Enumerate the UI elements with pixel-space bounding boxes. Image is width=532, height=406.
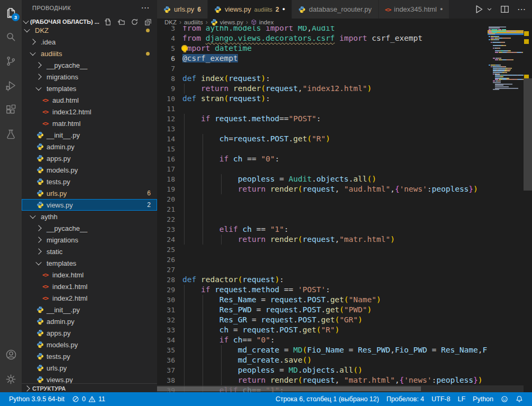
status-encoding[interactable]: UTF-8 (428, 392, 454, 406)
new-folder-icon[interactable] (117, 18, 125, 26)
activity-settings[interactable] (0, 367, 22, 391)
code-line-38[interactable]: 38 return render(request, "matr.html",{'… (157, 375, 532, 385)
code-line-21[interactable]: 21 (157, 204, 532, 214)
vertical-scrollbar-slider[interactable] (524, 78, 532, 191)
code-content[interactable]: 3from aythh.models import MD,Audit4from … (157, 26, 532, 392)
horizontal-scrollbar-slider[interactable] (157, 386, 421, 391)
activity-source-control[interactable] (0, 49, 22, 73)
code-line-6[interactable]: 6@csrf_exempt (157, 53, 532, 64)
code-line-29[interactable]: 29 if request.method == 'POST': (157, 285, 532, 295)
tab-views.py[interactable]: views.pyaudiiits2● (208, 0, 292, 19)
tab-urls.py[interactable]: urls.py6 (157, 0, 208, 19)
tree-item-__pycache__[interactable]: __pycache__ (22, 222, 157, 234)
tree-item-__pycache__[interactable]: __pycache__ (22, 59, 157, 71)
lightbulb-icon[interactable] (181, 45, 188, 51)
breadcrumb-audiiits[interactable]: audiiits (184, 19, 203, 25)
code-line-9[interactable]: 9 return render(request,"index12.html") (157, 84, 532, 94)
code-line-33[interactable]: 33 ch = request.POST.get("R") (157, 325, 532, 335)
code-line-15[interactable]: 15 (157, 144, 532, 154)
status-language-mode[interactable]: Python (469, 392, 497, 406)
tree-item-apps.py[interactable]: apps.py (22, 327, 157, 339)
code-line-3[interactable]: 3from aythh.models import MD,Audit (157, 26, 532, 33)
code-line-18[interactable]: 18 peopless = Audit.objects.all() (157, 174, 532, 184)
tree-item-views.py[interactable]: views.py2 (22, 199, 157, 211)
tree-item-apps.py[interactable]: apps.py (22, 152, 157, 164)
code-line-17[interactable]: 17 (157, 164, 532, 174)
tree-item-admin.py[interactable]: admin.py (22, 315, 157, 327)
code-line-25[interactable]: 25 (157, 245, 532, 255)
code-line-32[interactable]: 32 Res_GR = request.POST.get("GR") (157, 315, 532, 325)
run-button[interactable] (473, 4, 484, 15)
tree-item-index1.html[interactable]: <>index1.html (22, 281, 157, 292)
overview-ruler[interactable] (524, 26, 532, 392)
activity-explorer[interactable]: 3 (0, 0, 22, 24)
status-problems[interactable]: 011 (68, 392, 109, 406)
tree-item-models.py[interactable]: models.py (22, 339, 157, 350)
outline-section-header[interactable]: СТРУКТУРА (22, 383, 157, 392)
code-line-10[interactable]: 10def stran(request): (157, 94, 532, 104)
tree-item-migrations[interactable]: migrations (22, 234, 157, 246)
code-line-30[interactable]: 30 Res_Name = request.POST.get("Name") (157, 295, 532, 305)
code-line-13[interactable]: 13 (157, 124, 532, 134)
tree-item-__init__.py[interactable]: __init__.py (22, 304, 157, 315)
split-editor-button[interactable] (500, 4, 510, 14)
tree-item-index2.html[interactable]: <>index2.html (22, 292, 157, 304)
code-line-11[interactable]: 11 (157, 104, 532, 114)
tab-index345.html[interactable]: <>index345.html● (379, 0, 450, 19)
code-line-35[interactable]: 35 md_create = MD(Fio_Name = Res_PWD,Fio… (157, 345, 532, 355)
status-python-version[interactable]: Python 3.9.5 64-bit (5, 392, 68, 406)
workspace-section-header[interactable]: (РАБОЧАЯ ОБЛАСТЬ) ... (22, 16, 157, 28)
activity-testing[interactable] (0, 122, 22, 146)
status-indentation[interactable]: Пробелов: 4 (383, 392, 428, 406)
status-cursor-position[interactable]: Строка 6, столбец 1 (выбрано 12) (272, 392, 383, 406)
code-line-37[interactable]: 37 peopless = MD.objects.all() (157, 365, 532, 375)
tree-item-__init__.py[interactable]: __init__.py (22, 129, 157, 141)
code-line-31[interactable]: 31 Res_PWD = request.POST.get("PWD") (157, 305, 532, 315)
minimap[interactable] (488, 26, 524, 392)
refresh-icon[interactable] (131, 18, 139, 26)
activity-account[interactable] (0, 342, 22, 367)
code-line-7[interactable]: 7 (157, 64, 532, 74)
code-line-22[interactable]: 22 (157, 214, 532, 224)
new-file-icon[interactable] (104, 18, 112, 26)
tree-item-tests.py[interactable]: tests.py (22, 176, 157, 187)
run-dropdown[interactable] (487, 6, 492, 12)
tree-item-urls.py[interactable]: urls.py6 (22, 187, 157, 199)
tree-item-migrations[interactable]: migrations (22, 71, 157, 83)
breadcrumb-DKZ[interactable]: DKZ (164, 19, 177, 25)
activity-extensions[interactable] (0, 97, 22, 122)
tree-item-tests.py[interactable]: tests.py (22, 350, 157, 362)
status-eol[interactable]: LF (454, 392, 469, 406)
editor-more-button[interactable]: ⋯ (517, 4, 526, 14)
code-editor[interactable]: 3from aythh.models import MD,Audit4from … (157, 26, 532, 392)
code-line-36[interactable]: 36 md_create.save() (157, 355, 532, 365)
tree-item-urls.py[interactable]: urls.py (22, 362, 157, 374)
code-line-5[interactable]: 5import datetime (157, 43, 532, 53)
tree-item-admin.py[interactable]: admin.py (22, 141, 157, 152)
code-line-23[interactable]: 23 elif ch == "1": (157, 224, 532, 234)
tab-database_roouter.py[interactable]: database_roouter.py (292, 0, 379, 19)
tree-item-audiiits[interactable]: audiiits (22, 48, 157, 59)
code-line-4[interactable]: 4from django.views.decorators.csrf impor… (157, 33, 532, 43)
tree-item-aud.html[interactable]: <>aud.html (22, 94, 157, 106)
code-line-16[interactable]: 16 if ch == "0": (157, 154, 532, 164)
sidebar-more-icon[interactable]: ⋯ (141, 0, 150, 16)
breadcrumb-views.py[interactable]: views.py (210, 19, 243, 26)
code-line-14[interactable]: 14 ch=request.POST.get("R") (157, 134, 532, 144)
code-line-20[interactable]: 20 (157, 194, 532, 204)
status-notifications[interactable] (512, 392, 527, 406)
tree-item-index.html[interactable]: <>index.html (22, 269, 157, 281)
tree-item-static[interactable]: static (22, 246, 157, 257)
tree-item-matr.html[interactable]: <>matr.html (22, 118, 157, 129)
tree-item-templates[interactable]: templates (22, 83, 157, 94)
code-line-27[interactable]: 27 (157, 265, 532, 275)
status-feedback[interactable] (497, 392, 512, 406)
tree-item-templates[interactable]: templates (22, 257, 157, 269)
tree-item-.idea[interactable]: .idea (22, 36, 157, 48)
dirty-indicator[interactable]: ● (282, 7, 285, 12)
tree-item-index12.html[interactable]: <>index12.html (22, 106, 157, 118)
activity-run-debug[interactable] (0, 73, 22, 97)
horizontal-scrollbar[interactable] (157, 385, 524, 392)
dirty-indicator[interactable]: ● (440, 7, 443, 12)
code-line-28[interactable]: 28def redactor(request): (157, 275, 532, 285)
